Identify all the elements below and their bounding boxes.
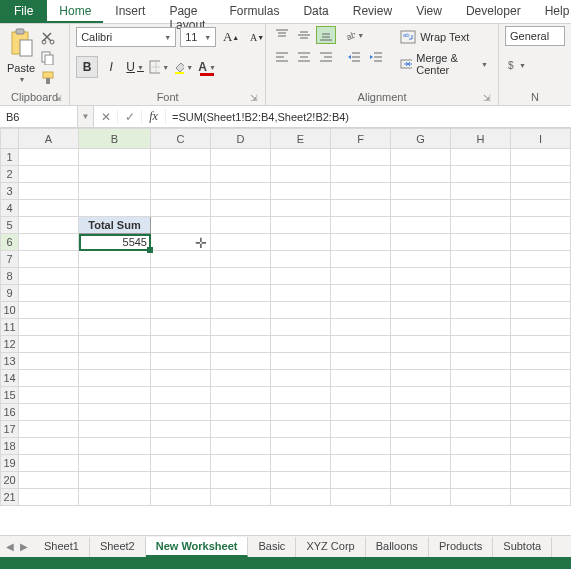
cell[interactable] <box>451 387 511 404</box>
cell[interactable] <box>79 251 151 268</box>
cell[interactable] <box>19 421 79 438</box>
paste-icon[interactable] <box>6 26 36 60</box>
cell[interactable] <box>511 183 571 200</box>
cell[interactable] <box>211 353 271 370</box>
cell[interactable] <box>151 472 211 489</box>
cell[interactable] <box>451 166 511 183</box>
cell[interactable] <box>19 183 79 200</box>
cell[interactable] <box>331 387 391 404</box>
cell[interactable] <box>331 183 391 200</box>
decrease-font-icon[interactable]: A▼ <box>246 26 268 48</box>
cell[interactable] <box>211 421 271 438</box>
row-header[interactable]: 14 <box>1 370 19 387</box>
cell[interactable] <box>331 404 391 421</box>
row-header[interactable]: 16 <box>1 404 19 421</box>
cell[interactable] <box>451 200 511 217</box>
name-box-dropdown-icon[interactable]: ▼ <box>78 106 94 127</box>
row-header[interactable]: 3 <box>1 183 19 200</box>
cell[interactable] <box>511 149 571 166</box>
cell[interactable] <box>331 251 391 268</box>
sheet-tab[interactable]: Products <box>429 537 493 557</box>
cell[interactable] <box>271 336 331 353</box>
cell[interactable] <box>511 319 571 336</box>
cell[interactable] <box>211 183 271 200</box>
cell[interactable] <box>331 438 391 455</box>
cell[interactable] <box>331 472 391 489</box>
orientation-icon[interactable]: ab▼ <box>344 26 364 44</box>
sheet-tab[interactable]: Sheet1 <box>34 537 90 557</box>
cell[interactable] <box>391 370 451 387</box>
cell[interactable] <box>451 421 511 438</box>
cell[interactable] <box>271 302 331 319</box>
cell[interactable] <box>151 285 211 302</box>
cell[interactable] <box>511 234 571 251</box>
cell[interactable] <box>211 166 271 183</box>
cell[interactable] <box>79 166 151 183</box>
cell[interactable] <box>79 370 151 387</box>
cell[interactable] <box>331 319 391 336</box>
fill-handle[interactable] <box>147 247 153 253</box>
cell[interactable] <box>79 285 151 302</box>
cell[interactable] <box>511 251 571 268</box>
cell[interactable] <box>271 217 331 234</box>
cell[interactable] <box>211 217 271 234</box>
cell[interactable] <box>271 200 331 217</box>
copy-icon[interactable] <box>40 50 56 66</box>
name-box[interactable]: B6 <box>0 106 78 127</box>
cell[interactable] <box>79 183 151 200</box>
cell[interactable] <box>151 166 211 183</box>
align-bottom-icon[interactable] <box>316 26 336 44</box>
cell[interactable] <box>451 489 511 506</box>
cell[interactable] <box>19 387 79 404</box>
row-header[interactable]: 15 <box>1 387 19 404</box>
cell[interactable] <box>271 268 331 285</box>
sheet-tab[interactable]: Balloons <box>366 537 429 557</box>
cell[interactable] <box>331 166 391 183</box>
tab-formulas[interactable]: Formulas <box>217 0 291 23</box>
col-header[interactable]: F <box>331 129 391 149</box>
increase-indent-icon[interactable] <box>366 48 386 66</box>
tab-insert[interactable]: Insert <box>103 0 157 23</box>
cell[interactable] <box>511 353 571 370</box>
cell[interactable] <box>391 472 451 489</box>
cell[interactable] <box>211 387 271 404</box>
row-header[interactable]: 13 <box>1 353 19 370</box>
tab-view[interactable]: View <box>404 0 454 23</box>
cell[interactable] <box>391 455 451 472</box>
cell[interactable] <box>151 387 211 404</box>
cell[interactable] <box>391 149 451 166</box>
cell[interactable] <box>151 438 211 455</box>
cell[interactable] <box>331 421 391 438</box>
cancel-formula-icon[interactable]: ✕ <box>94 110 118 124</box>
row-header[interactable]: 11 <box>1 319 19 336</box>
cell[interactable] <box>331 489 391 506</box>
row-header[interactable]: 21 <box>1 489 19 506</box>
cell[interactable] <box>451 217 511 234</box>
cell[interactable] <box>211 200 271 217</box>
cell[interactable] <box>451 251 511 268</box>
cell[interactable] <box>151 319 211 336</box>
cell[interactable] <box>331 285 391 302</box>
cell[interactable] <box>79 268 151 285</box>
cell[interactable] <box>391 251 451 268</box>
wrap-text-button[interactable]: abWrap Text <box>396 28 492 46</box>
cell[interactable] <box>19 234 79 251</box>
cell[interactable] <box>391 217 451 234</box>
col-header[interactable]: B <box>79 129 151 149</box>
cell[interactable] <box>211 472 271 489</box>
cell[interactable] <box>151 251 211 268</box>
tab-developer[interactable]: Developer <box>454 0 533 23</box>
sheet-tab[interactable]: New Worksheet <box>146 537 249 557</box>
sheet-tab[interactable]: Basic <box>248 537 296 557</box>
font-launcher-icon[interactable]: ⇲ <box>249 93 259 103</box>
cell[interactable] <box>151 217 211 234</box>
cell[interactable] <box>151 370 211 387</box>
borders-button[interactable]: ▼ <box>148 56 170 78</box>
cell[interactable] <box>451 353 511 370</box>
cell[interactable] <box>511 200 571 217</box>
col-header[interactable]: I <box>511 129 571 149</box>
cell[interactable] <box>211 234 271 251</box>
cell[interactable] <box>511 455 571 472</box>
cell[interactable] <box>79 319 151 336</box>
cell[interactable] <box>271 166 331 183</box>
